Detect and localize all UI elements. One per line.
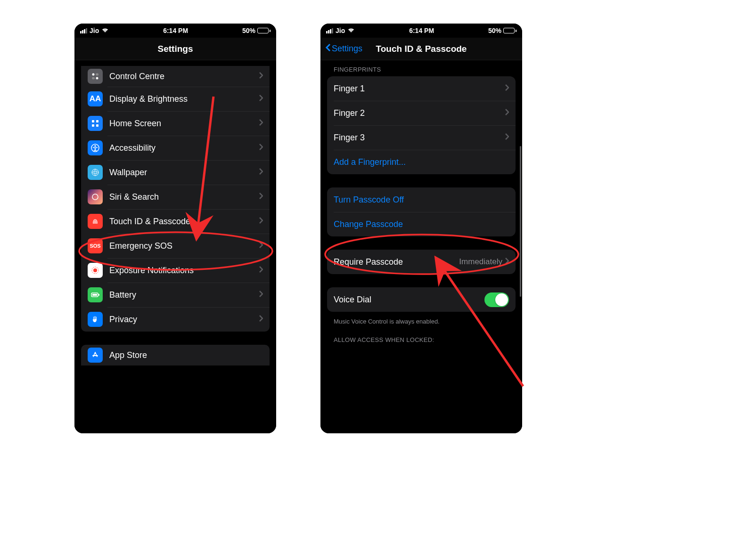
carrier-label: Jio	[336, 27, 345, 34]
status-bar: Jio 6:14 PM 50%	[74, 24, 276, 38]
battery-icon	[257, 28, 270, 33]
status-bar: Jio 6:14 PM 50%	[320, 24, 522, 38]
svg-rect-4	[92, 120, 94, 122]
row-value: Immediately	[459, 257, 502, 267]
chevron-right-icon	[505, 109, 509, 117]
passcode-actions-group: Turn Passcode Off Change Passcode	[327, 187, 516, 236]
row-require-passcode[interactable]: Require Passcode Immediately	[327, 250, 516, 274]
svg-rect-15	[98, 294, 99, 296]
voice-dial-footer: Music Voice Control is always enabled.	[320, 315, 522, 327]
status-time: 6:14 PM	[163, 27, 188, 34]
row-privacy[interactable]: Privacy	[81, 307, 270, 332]
row-exposure-notifications[interactable]: Exposure Notifications	[81, 258, 270, 283]
row-label: Siri & Search	[109, 192, 259, 202]
wifi-icon	[347, 27, 355, 34]
svg-rect-16	[92, 294, 97, 296]
voice-dial-toggle[interactable]	[484, 292, 509, 307]
row-label: Change Passcode	[334, 219, 509, 229]
display-icon: AA	[88, 91, 103, 106]
row-label: Touch ID & Passcode	[109, 217, 259, 227]
row-label: Finger 2	[334, 108, 505, 118]
wallpaper-icon	[88, 165, 103, 180]
accessibility-icon	[88, 140, 103, 155]
chevron-right-icon	[505, 84, 509, 93]
battery-settings-icon	[88, 287, 103, 302]
row-label: Add a Fingerprint...	[334, 157, 509, 167]
row-accessibility[interactable]: Accessibility	[81, 136, 270, 160]
phone-settings: Jio 6:14 PM 50% Settings Control Centre …	[74, 24, 276, 433]
row-siri-search[interactable]: Siri & Search	[81, 185, 270, 209]
chevron-right-icon	[505, 133, 509, 142]
wifi-icon	[101, 27, 109, 34]
battery-icon	[503, 28, 516, 33]
row-battery[interactable]: Battery	[81, 283, 270, 307]
require-passcode-group: Require Passcode Immediately	[327, 250, 516, 274]
nav-header: Settings Touch ID & Passcode	[320, 38, 522, 60]
chevron-left-icon	[325, 43, 331, 54]
row-change-passcode[interactable]: Change Passcode	[327, 212, 516, 236]
signal-icon	[80, 28, 87, 33]
chevron-right-icon	[259, 242, 263, 250]
row-finger-1[interactable]: Finger 1	[327, 76, 516, 101]
row-label: App Store	[109, 350, 263, 360]
row-add-fingerprint[interactable]: Add a Fingerprint...	[327, 150, 516, 174]
sos-icon: SOS	[88, 238, 103, 253]
svg-rect-6	[92, 124, 94, 127]
svg-point-9	[94, 145, 96, 147]
row-label: Emergency SOS	[109, 241, 259, 251]
svg-point-1	[96, 77, 98, 80]
back-button[interactable]: Settings	[325, 43, 362, 54]
privacy-icon	[88, 312, 103, 327]
svg-rect-2	[96, 73, 98, 76]
status-time: 6:14 PM	[409, 27, 434, 34]
svg-rect-7	[96, 124, 98, 127]
chevron-right-icon	[259, 193, 263, 201]
svg-rect-3	[92, 77, 95, 80]
row-label: Finger 1	[334, 84, 505, 94]
row-home-screen[interactable]: Home Screen	[81, 111, 270, 136]
row-label: Voice Dial	[334, 295, 484, 305]
chevron-right-icon	[259, 119, 263, 128]
row-finger-2[interactable]: Finger 2	[327, 101, 516, 125]
battery-pct: 50%	[242, 27, 255, 34]
chevron-right-icon	[259, 72, 263, 81]
row-wallpaper[interactable]: Wallpaper	[81, 160, 270, 185]
scroll-indicator[interactable]	[520, 146, 521, 297]
row-label: Require Passcode	[334, 257, 459, 267]
voice-dial-group: Voice Dial	[327, 287, 516, 312]
home-screen-icon	[88, 116, 103, 131]
control-centre-icon	[88, 69, 103, 84]
chevron-right-icon	[259, 266, 263, 275]
touch-id-content[interactable]: FINGERPRINTS Finger 1 Finger 2 Finger 3 …	[320, 60, 522, 433]
row-label: Turn Passcode Off	[334, 195, 509, 205]
siri-icon	[88, 189, 103, 204]
chevron-right-icon	[259, 168, 263, 177]
phone-touch-id: Jio 6:14 PM 50% Settings Touch ID & Pass…	[320, 24, 522, 433]
row-voice-dial: Voice Dial	[327, 287, 516, 312]
chevron-right-icon	[259, 217, 263, 226]
svg-point-0	[92, 73, 95, 76]
chevron-right-icon	[505, 258, 509, 266]
row-touch-id-passcode[interactable]: Touch ID & Passcode	[81, 209, 270, 234]
row-label: Display & Brightness	[109, 94, 259, 104]
settings-group-2: App Store	[81, 345, 270, 365]
row-emergency-sos[interactable]: SOS Emergency SOS	[81, 234, 270, 258]
page-title: Touch ID & Passcode	[376, 44, 467, 54]
row-control-centre[interactable]: Control Centre	[81, 66, 270, 87]
row-finger-3[interactable]: Finger 3	[327, 125, 516, 150]
row-label: Wallpaper	[109, 168, 259, 178]
app-store-icon	[88, 348, 103, 363]
settings-list[interactable]: Control Centre AA Display & Brightness H…	[74, 60, 276, 433]
row-label: Control Centre	[109, 72, 259, 81]
svg-point-12	[93, 268, 97, 272]
row-display-brightness[interactable]: AA Display & Brightness	[81, 87, 270, 111]
signal-icon	[326, 28, 333, 33]
battery-pct: 50%	[488, 27, 501, 34]
row-app-store[interactable]: App Store	[81, 345, 270, 365]
exposure-icon	[88, 263, 103, 278]
row-turn-passcode-off[interactable]: Turn Passcode Off	[327, 187, 516, 212]
row-label: Exposure Notifications	[109, 266, 259, 276]
settings-group-1: Control Centre AA Display & Brightness H…	[81, 66, 270, 332]
chevron-right-icon	[259, 144, 263, 152]
row-label: Finger 3	[334, 133, 505, 143]
